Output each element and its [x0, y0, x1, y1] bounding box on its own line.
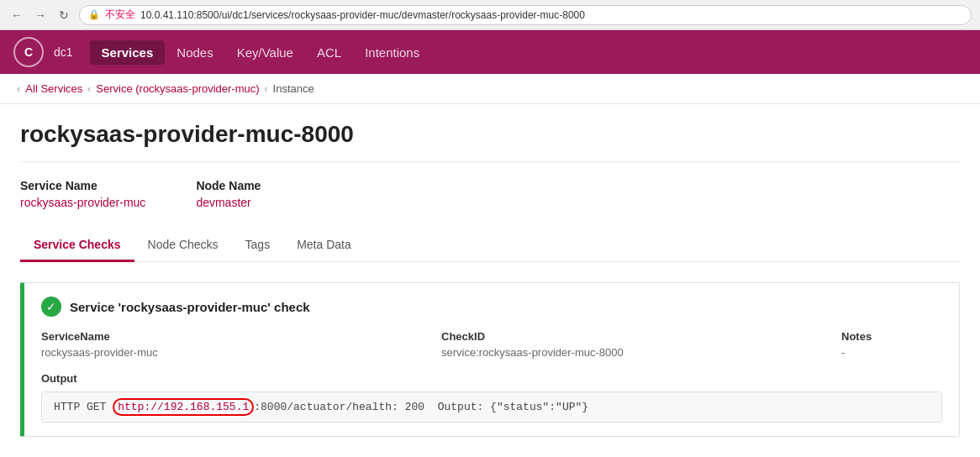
tab-service-checks[interactable]: Service Checks	[20, 229, 134, 262]
check-card: ✓ Service 'rockysaas-provider-muc' check…	[20, 282, 960, 437]
service-name-item: Service Name rockysaas-provider-muc	[20, 179, 145, 209]
breadcrumb-sep-left: ‹	[17, 82, 20, 95]
check-id-label: CheckID	[441, 330, 841, 343]
check-id-col: CheckID service:rockysaas-provider-muc-8…	[441, 330, 841, 359]
service-name-label: Service Name	[20, 179, 145, 192]
forward-button[interactable]: →	[32, 7, 49, 24]
service-name-link[interactable]: rockysaas-provider-muc	[20, 196, 145, 209]
page-content: rockysaas-provider-muc-8000 Service Name…	[0, 104, 980, 457]
check-title: Service 'rockysaas-provider-muc' check	[70, 300, 310, 314]
check-id-value: service:rockysaas-provider-muc-8000	[441, 346, 841, 359]
tab-meta-data[interactable]: Meta Data	[283, 229, 365, 262]
service-info: Service Name rockysaas-provider-muc Node…	[20, 179, 960, 209]
browser-bar: ← → ↻ 🔒 不安全 10.0.41.110:8500/ui/dc1/serv…	[0, 0, 980, 30]
node-name-link[interactable]: devmaster	[196, 196, 250, 209]
dc-label: dc1	[54, 45, 73, 59]
consul-logo: C	[13, 37, 44, 67]
security-label: 不安全	[105, 8, 135, 22]
check-notes-value: -	[841, 346, 942, 359]
node-name-label: Node Name	[196, 179, 261, 192]
url-text: 10.0.41.110:8500/ui/dc1/services/rockysa…	[140, 9, 585, 21]
back-button[interactable]: ←	[8, 7, 25, 24]
check-notes-col: Notes -	[841, 330, 942, 359]
breadcrumb-instance: Instance	[273, 82, 314, 95]
address-bar[interactable]: 🔒 不安全 10.0.41.110:8500/ui/dc1/services/r…	[79, 5, 972, 25]
check-card-header: ✓ Service 'rockysaas-provider-muc' check	[41, 297, 942, 317]
check-details: ServiceName rockysaas-provider-muc Check…	[41, 330, 942, 359]
security-icon: 🔒	[88, 9, 100, 20]
node-name-item: Node Name devmaster	[196, 179, 261, 209]
tabs: Service Checks Node Checks Tags Meta Dat…	[20, 229, 960, 262]
breadcrumb-service[interactable]: Service (rockysaas-provider-muc)	[96, 82, 259, 95]
output-label: Output	[41, 372, 942, 385]
breadcrumb: ‹ All Services ‹ Service (rockysaas-prov…	[0, 74, 980, 104]
nav-intentions[interactable]: Intentions	[353, 40, 431, 65]
navbar: C dc1 Services Nodes Key/Value ACL Inten…	[0, 30, 980, 74]
page-title: rockysaas-provider-muc-8000	[20, 121, 960, 162]
nav-services[interactable]: Services	[90, 40, 166, 65]
breadcrumb-all-services[interactable]: All Services	[25, 82, 82, 95]
nav-nodes[interactable]: Nodes	[165, 40, 224, 65]
check-notes-label: Notes	[841, 330, 942, 343]
output-box: HTTP GET http://192.168.155.1:8000/actua…	[41, 391, 942, 423]
check-service-name-value: rockysaas-provider-muc	[41, 346, 441, 359]
check-service-name-col: ServiceName rockysaas-provider-muc	[41, 330, 441, 359]
nav-acl[interactable]: ACL	[305, 40, 353, 65]
check-service-name-label: ServiceName	[41, 330, 441, 343]
url-highlight: http://192.168.155.1	[113, 398, 254, 416]
breadcrumb-sep-1: ‹	[87, 83, 91, 95]
reload-button[interactable]: ↻	[55, 7, 72, 24]
breadcrumb-sep-2: ‹	[265, 83, 268, 95]
nav-keyvalue[interactable]: Key/Value	[225, 40, 305, 65]
tab-node-checks[interactable]: Node Checks	[134, 229, 232, 262]
tab-tags[interactable]: Tags	[232, 229, 284, 262]
check-status-icon: ✓	[41, 297, 61, 317]
